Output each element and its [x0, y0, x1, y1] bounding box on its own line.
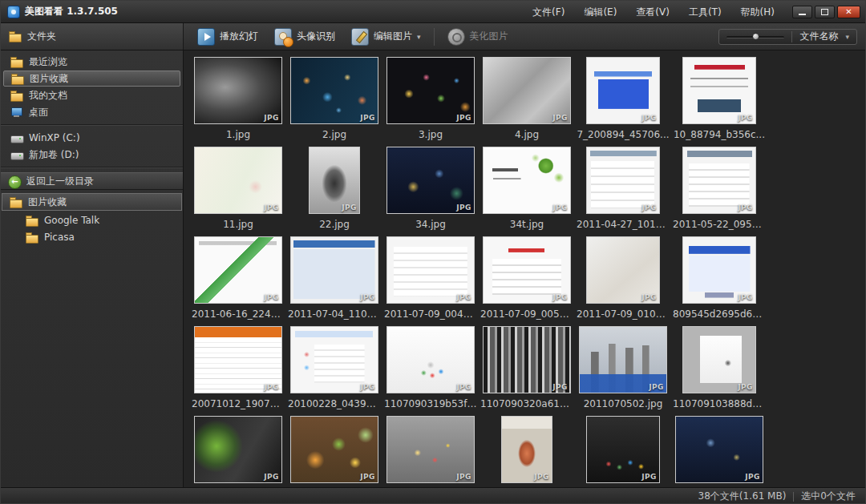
sidebar-subfolder[interactable]: Google Talk	[3, 212, 180, 228]
sidebar-item-documents[interactable]: 我的文档	[3, 87, 180, 103]
sidebar-item-desktop[interactable]: 桌面	[3, 104, 180, 120]
file-thumbnail: JPG	[586, 57, 660, 124]
face-recognition-button[interactable]: 头像识别	[267, 26, 342, 48]
minimize-button[interactable]	[792, 6, 812, 18]
file-name: 2.jpg	[322, 129, 346, 140]
file-item[interactable]: JPG	[382, 414, 479, 487]
file-name: 34.jpg	[415, 219, 446, 230]
file-item[interactable]: JPG1107090319b53fa...	[382, 325, 479, 414]
filetype-badge: JPG	[360, 473, 375, 481]
file-name: 3.jpg	[419, 129, 443, 140]
filetype-badge: JPG	[342, 204, 357, 212]
sidebar-item-drive-d[interactable]: 新加卷 (D:)	[3, 147, 180, 163]
file-thumbnail: JPG	[483, 326, 571, 393]
file-item[interactable]: JPG2011-07-09_0051...	[479, 235, 575, 325]
file-name: 2011-07-09_0109...	[577, 308, 670, 320]
file-item[interactable]: JPG2011-07-09_0049...	[382, 235, 479, 325]
menubar-item[interactable]: 文件(F)	[523, 2, 574, 22]
toolbar-right-controls: 文件名称 ▾	[718, 23, 857, 50]
file-item[interactable]: JPG	[286, 414, 382, 487]
file-thumbnail: JPG	[194, 416, 282, 483]
file-item[interactable]: JPG	[479, 414, 575, 487]
menubar-item[interactable]: 编辑(E)	[574, 2, 626, 22]
file-item[interactable]: JPG20100228_04395...	[286, 325, 382, 414]
toolbar-buttons: 播放幻灯头像识别编辑图片▾美化图片	[184, 23, 516, 50]
file-item[interactable]: JPG34.jpg	[382, 145, 479, 235]
slider-knob[interactable]	[752, 33, 759, 40]
filetype-badge: JPG	[552, 114, 568, 122]
file-thumbnail: JPG	[194, 57, 282, 124]
back-button[interactable]: 返回上一级目录	[1, 172, 183, 190]
file-item[interactable]: JPG11.jpg	[190, 145, 286, 235]
filetype-badge: JPG	[264, 293, 279, 301]
filetype-badge: JPG	[456, 114, 471, 122]
app-icon	[7, 6, 20, 18]
file-thumbnail: JPG	[290, 326, 378, 393]
file-item[interactable]: JPG	[575, 414, 671, 487]
file-thumbnail: JPG	[501, 416, 552, 483]
folder-icon	[26, 215, 38, 227]
menubar-item[interactable]: 帮助(H)	[731, 2, 784, 22]
file-item[interactable]: JPG1.jpg	[190, 55, 286, 145]
file-thumbnail: JPG	[290, 416, 378, 483]
file-item[interactable]: JPG2011-07-04_1108...	[286, 235, 382, 325]
file-item[interactable]: JPG20071012_19072...	[190, 325, 286, 414]
sidebar-subfolder[interactable]: Picasa	[3, 229, 180, 245]
file-item[interactable]: JPG	[671, 414, 767, 487]
file-item[interactable]: JPG	[190, 414, 286, 487]
file-item[interactable]: JPG1107090320a616...	[479, 325, 575, 414]
file-item[interactable]: JPG34t.jpg	[479, 145, 575, 235]
beautify-image-button[interactable]: 美化图片	[440, 26, 516, 48]
file-thumbnail: JPG	[194, 326, 282, 393]
current-folder-header[interactable]: 图片收藏	[2, 193, 182, 211]
file-item[interactable]: JPG4.jpg	[479, 55, 575, 145]
file-thumbnail: JPG	[682, 147, 756, 214]
sidebar-item-drive-c[interactable]: WinXP (C:)	[3, 130, 180, 146]
filetype-badge: JPG	[456, 383, 471, 391]
filetype-badge: JPG	[641, 293, 657, 301]
file-name: 2011-06-16_2243...	[192, 308, 285, 320]
menubar-item[interactable]: 工具(T)	[679, 2, 731, 22]
folder-panel-tab[interactable]: 文件夹	[1, 23, 184, 50]
sidebar-separator	[1, 167, 183, 168]
close-button[interactable]: ✕	[837, 6, 860, 18]
thumbnail-size-slider[interactable]	[726, 30, 784, 44]
control-separator	[791, 31, 792, 42]
file-item[interactable]: JPG2011-07-09_0109...	[575, 235, 671, 325]
file-item[interactable]: JPG2.jpg	[286, 55, 382, 145]
file-item[interactable]: JPG110709103888d5...	[671, 325, 767, 414]
file-thumbnail: JPG	[586, 236, 660, 304]
filetype-badge: JPG	[264, 383, 279, 391]
edit-image-button[interactable]: 编辑图片▾	[344, 26, 428, 48]
file-item[interactable]: JPG7_200894_45706...	[575, 55, 671, 145]
file-item[interactable]: JPG10_88794_b356c...	[671, 55, 767, 145]
filetype-badge: JPG	[738, 293, 753, 301]
file-item[interactable]: JPG22.jpg	[286, 145, 382, 235]
sort-dropdown-arrow-icon[interactable]: ▾	[845, 33, 849, 41]
file-thumbnail: JPG	[386, 326, 475, 393]
file-item[interactable]: JPG2011-06-16_2243...	[190, 235, 286, 325]
file-item[interactable]: JPG2011070502.jpg	[575, 325, 671, 414]
filetype-badge: JPG	[745, 473, 760, 481]
file-thumbnail: JPG	[579, 326, 667, 393]
menubar: 文件(F)编辑(E)查看(V)工具(T)帮助(H)	[523, 2, 784, 22]
filetype-badge: JPG	[552, 204, 568, 212]
documents-icon	[10, 90, 23, 102]
file-item[interactable]: JPG2011-05-22_0958...	[671, 145, 767, 235]
file-item[interactable]: JPG809545d2695d66...	[671, 235, 767, 325]
maximize-button[interactable]	[815, 6, 835, 18]
sidebar-item-label: Picasa	[44, 232, 75, 243]
sort-dropdown[interactable]: 文件名称	[799, 30, 838, 43]
sidebar-item-pictures[interactable]: 图片收藏	[3, 71, 180, 87]
slideshow-button[interactable]: 播放幻灯	[190, 26, 265, 48]
sidebar-item-label: 图片收藏	[28, 196, 67, 209]
sidebar-item-recent[interactable]: 最近浏览	[3, 54, 180, 70]
file-item[interactable]: JPG2011-04-27_1016...	[575, 145, 671, 235]
status-separator	[793, 492, 794, 502]
file-thumbnail: JPG	[682, 57, 756, 124]
file-item[interactable]: JPG3.jpg	[382, 55, 479, 145]
file-name: 34t.jpg	[510, 219, 544, 230]
menubar-item[interactable]: 查看(V)	[626, 2, 679, 22]
file-thumbnail: JPG	[290, 236, 378, 304]
sidebar-separator	[1, 124, 183, 126]
